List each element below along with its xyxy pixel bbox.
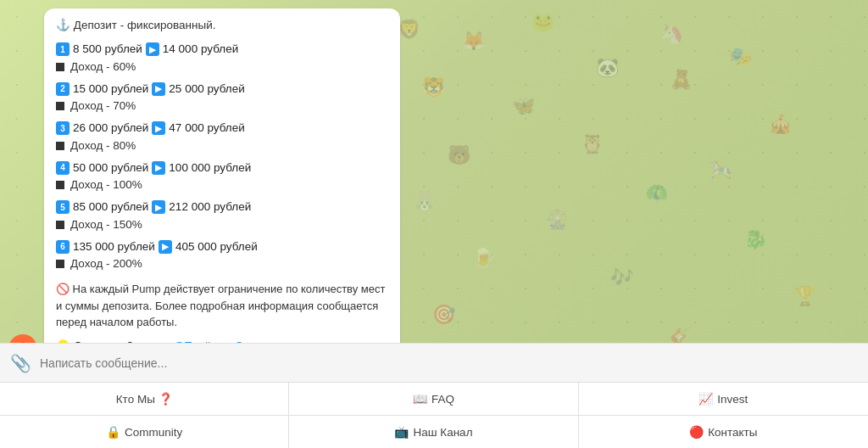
btn-kto-my[interactable]: Кто Мы ❓ <box>0 383 289 415</box>
deposit-to: 14 000 рублей <box>163 41 238 58</box>
deposit-from: 50 000 рублей <box>73 160 148 176</box>
main-container: 🔥 ⚓ Депозит - фиксированный. 1 8 500 руб… <box>0 0 868 448</box>
btn-contacts[interactable]: 🔴 Контакты <box>579 416 868 448</box>
deposit-num: 1 <box>56 42 70 56</box>
deposit-item: 4 50 000 рублей ▶ 100 000 рублей Доход -… <box>56 160 388 194</box>
btn-invest[interactable]: 📈 Invest <box>579 383 868 415</box>
deposit-num: 4 <box>56 161 70 175</box>
deposit-to: 25 000 рублей <box>169 81 244 98</box>
arrow-icon: ▶ <box>152 200 165 214</box>
deposit-income: Доход - 200% <box>70 255 142 272</box>
btn-our-channel[interactable]: 📺 Наш Канал <box>289 416 578 448</box>
deposit-from: 135 000 рублей <box>73 238 155 255</box>
arrow-icon: ▶ <box>152 161 165 175</box>
deposit-num: 6 <box>56 240 70 254</box>
deposit-from: 26 000 рублей <box>73 120 148 137</box>
bullet-icon <box>56 102 64 110</box>
deposit-income: Доход - 60% <box>70 59 136 76</box>
timestamp: 23:27 <box>364 339 388 343</box>
arrow-icon: ▶ <box>152 82 165 96</box>
message-bubble: ⚓ Депозит - фиксированный. 1 8 500 рубле… <box>44 8 400 343</box>
deposit-item: 1 8 500 рублей ▶ 14 000 рублей Доход - 6… <box>56 41 388 76</box>
contacts-icon: 🔴 <box>689 425 704 439</box>
deposit-to: 100 000 рублей <box>169 160 251 176</box>
contact-label: 👷 Оставить Заявку - <box>56 339 173 343</box>
bullet-icon <box>56 260 64 268</box>
btn-kto-my-label: Кто Мы ❓ <box>116 392 173 406</box>
message-row: 🔥 ⚓ Депозит - фиксированный. 1 8 500 руб… <box>8 8 860 343</box>
anchor-line: ⚓ Депозит - фиксированный. <box>56 17 388 34</box>
deposit-income: Доход - 70% <box>70 98 136 115</box>
bullet-icon <box>56 63 64 71</box>
deposit-to: 47 000 рублей <box>169 120 244 137</box>
deposits-container: 1 8 500 рублей ▶ 14 000 рублей Доход - 6… <box>56 41 388 272</box>
deposit-to: 212 000 рублей <box>169 199 251 216</box>
invest-icon: 📈 <box>698 392 713 406</box>
arrow-icon: ▶ <box>152 121 165 135</box>
input-area: 📎 <box>0 343 868 382</box>
bullet-icon <box>56 181 64 189</box>
attach-icon[interactable]: 📎 <box>10 353 31 373</box>
channel-icon: 📺 <box>394 425 409 439</box>
btn-faq[interactable]: 📖 FAQ <box>289 383 578 415</box>
btn-our-channel-label: Наш Канал <box>413 426 472 439</box>
deposit-from: 8 500 рублей <box>73 41 142 58</box>
avatar: 🔥 <box>8 334 37 343</box>
arrow-icon: ▶ <box>159 240 172 254</box>
deposit-num: 2 <box>56 82 70 96</box>
deposit-item: 3 26 000 рублей ▶ 47 000 рублей Доход - … <box>56 120 388 154</box>
btn-invest-label: Invest <box>717 393 748 406</box>
deposit-num: 3 <box>56 121 70 135</box>
deposit-item: 6 135 000 рублей ▶ 405 000 рублей Доход … <box>56 238 388 273</box>
faq-icon: 📖 <box>413 392 427 406</box>
btn-community-label: Community <box>125 426 182 439</box>
community-icon: 🔒 <box>106 425 120 439</box>
deposit-item: 2 15 000 рублей ▶ 25 000 рублей Доход - … <box>56 81 388 115</box>
btn-faq-label: FAQ <box>431 393 454 406</box>
bottom-buttons-row1: Кто Мы ❓ 📖 FAQ 📈 Invest <box>0 382 868 415</box>
deposit-income: Доход - 150% <box>70 216 142 233</box>
chat-area: 🔥 ⚓ Депозит - фиксированный. 1 8 500 руб… <box>0 0 868 343</box>
deposit-income: Доход - 80% <box>70 137 136 154</box>
deposit-to: 405 000 рублей <box>175 238 258 255</box>
warning-line: 🚫 На каждый Pump действует ограничение п… <box>56 281 388 331</box>
deposit-item: 5 85 000 рублей ▶ 212 000 рублей Доход -… <box>56 199 388 233</box>
message-input[interactable] <box>40 356 858 370</box>
deposit-income: Доход - 100% <box>70 176 142 193</box>
deposit-from: 15 000 рублей <box>73 81 148 98</box>
contact-link[interactable]: @Tradings_Servers <box>173 339 275 343</box>
bullet-icon <box>56 221 64 229</box>
contact-text: 👷 Оставить Заявку - @Tradings_Servers <box>56 338 275 343</box>
btn-community[interactable]: 🔒 Community <box>0 416 289 448</box>
deposit-from: 85 000 рублей <box>73 199 148 216</box>
contact-line: 👷 Оставить Заявку - @Tradings_Servers 23… <box>56 338 388 343</box>
arrow-icon: ▶ <box>146 42 159 56</box>
btn-contacts-label: Контакты <box>708 426 757 439</box>
deposit-num: 5 <box>56 200 70 214</box>
bottom-buttons-row2: 🔒 Community 📺 Наш Канал 🔴 Контакты <box>0 415 868 448</box>
bullet-icon <box>56 142 64 150</box>
